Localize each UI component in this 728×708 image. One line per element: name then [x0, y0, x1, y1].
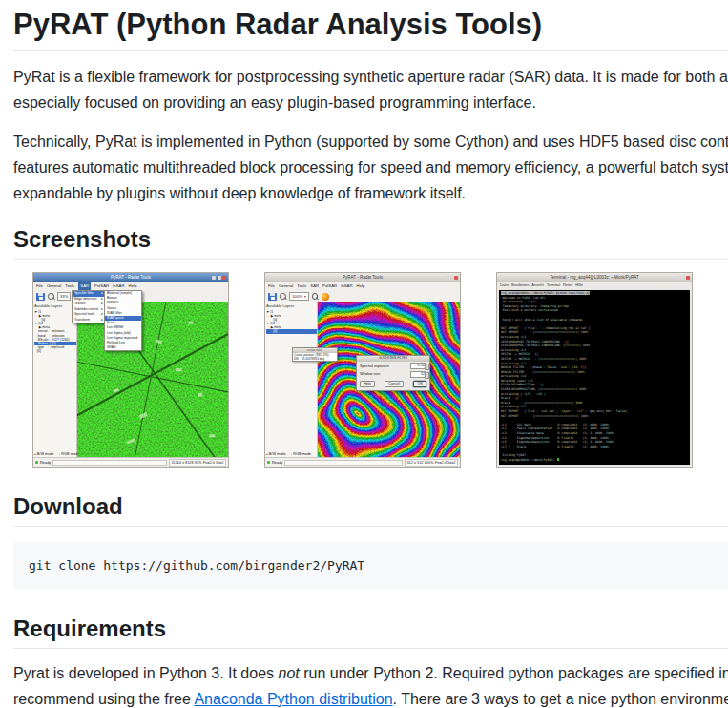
ok-button: OK	[413, 381, 426, 388]
speckle-filter-submenu: Bilateral (simple)BoxcarEMDESGaussIDAN f…	[104, 290, 142, 351]
ready-indicator-icon	[35, 461, 38, 464]
screenshot-1-link[interactable]: PyRAT - Radar Tools FileGeneralToolsSARP…	[32, 272, 229, 468]
menu-item: Help	[129, 282, 137, 290]
intro-paragraph: PyRat is a flexible framework for postpr…	[13, 64, 728, 115]
close-icon	[454, 276, 458, 280]
goldstein-filter-dialog: GOLDSTEIN FILTER Spectral exponent 0.50 …	[356, 355, 430, 391]
window-buttons	[444, 276, 458, 280]
status-info: 11264 x 8128 33% Px=2.0 5x=2	[169, 459, 226, 467]
submenu-item: SRAD	[105, 345, 141, 350]
sar-menu-dropdown: Speckle filterEdge detectionTextureSidel…	[72, 290, 106, 323]
menu-item: InSAR	[113, 282, 124, 290]
menu-item: Ansicht	[531, 282, 543, 289]
not-emphasis: not	[279, 665, 300, 681]
download-heading: Download	[13, 492, 728, 527]
screenshots-heading: Screenshots	[13, 225, 728, 260]
menu-item: Tools	[297, 282, 306, 290]
menu-item: Help	[357, 282, 365, 290]
mode-radios: B/W mode RGB mode	[266, 452, 311, 456]
dialog-row: Spectral exponent 0.50	[357, 362, 429, 370]
menu-item: SAR	[310, 282, 319, 290]
terminal-cursor-icon	[557, 458, 559, 461]
menu-item: Datei	[500, 282, 509, 289]
layer-tree: ▼ /1 ▶ meta [0]▼ /L2 ▶ meta [0]	[266, 310, 317, 334]
dialog-row: Window size 32	[357, 369, 429, 378]
rgb-mode-radio: RGB mode	[291, 452, 312, 456]
menu-item: Tools	[65, 282, 74, 290]
zoom-icon	[280, 293, 286, 300]
tech-line-1: Technically, PyRat is implemented in Pyt…	[13, 129, 728, 155]
minimize-icon	[212, 276, 216, 280]
statusbar: Ready 512 x 512 100% Px=2.0 5x=2	[265, 457, 460, 467]
requirements-line-2: recommend using the free Anaconda Python…	[13, 686, 728, 708]
screenshots-row: PyRAT - Radar Tools FileGeneralToolsSARP…	[32, 272, 728, 468]
sar-image	[77, 302, 228, 457]
dialog-titlebar: GOLDSTEIN FILTER	[357, 356, 429, 362]
menu-item: Terminal	[547, 282, 560, 289]
maximize-icon	[449, 276, 453, 280]
git-clone-command: git clone https://github.com/birgander2/…	[29, 557, 728, 574]
menubar: FileGeneralToolsSARPolSARInSARHelp	[265, 282, 460, 290]
window-titlebar: Terminal - rvg_acq44@L0003c: ~/Work/PyRA…	[497, 273, 692, 282]
maximize-icon	[681, 276, 685, 280]
menu-item: InSAR	[341, 282, 352, 290]
menu-item: File	[268, 282, 275, 290]
terminal-prompt: rvg_acq44@L0003c:~/Work/PyRAT>	[501, 458, 688, 463]
zoom-icon	[48, 293, 54, 300]
statusbar: Ready 11264 x 8128 33% Px=2.0 5x=2	[33, 457, 228, 467]
screenshot-2-link[interactable]: PyRAT - Radar Tools FileGeneralToolsSARP…	[264, 272, 461, 468]
screenshot-3-link[interactable]: Terminal - rvg_acq44@L0003c: ~/Work/PyRA…	[496, 272, 693, 468]
menu-item: Reiter	[563, 282, 572, 289]
close-icon	[686, 276, 690, 280]
minimize-icon	[444, 276, 447, 280]
menu-item: Hilfe	[575, 282, 583, 289]
tree-row: [0]	[34, 349, 76, 353]
app-icon	[322, 293, 329, 301]
layers-panel: Available Layers ▼ /1 ▶ meta [0]▼ /L2 ▶ …	[265, 302, 318, 457]
toolbar: 100%	[265, 290, 460, 303]
ready-indicator-icon	[267, 461, 270, 464]
cancel-button: Cancel	[385, 381, 404, 388]
terminal-output: rvg_acq44@L0003c:~/Work/PyRAT> python te…	[499, 290, 690, 465]
window-title: PyRAT - Radar Tools	[343, 275, 383, 280]
window-buttons	[212, 276, 226, 280]
menu-item: SAR	[78, 282, 91, 290]
status-text: Ready	[272, 460, 282, 465]
zoom-in-icon	[312, 293, 319, 300]
status-info: 512 x 512 100% Px=2.0 5x=2	[405, 459, 458, 467]
menubar: FileGeneralToolsSARPolSARInSARHelp	[33, 282, 228, 290]
menu-item: General	[279, 282, 293, 290]
window-size-input: 32	[410, 371, 426, 378]
minimize-icon	[676, 276, 679, 280]
technical-paragraph: Technically, PyRat is implemented in Pyt…	[13, 129, 728, 206]
page-title: PyRAT (Python Radar Analysis Tools)	[13, 6, 728, 51]
panel-title: Available Layers	[266, 303, 317, 308]
panel-title: Available Layers	[34, 303, 76, 308]
field-label: Window size	[360, 372, 380, 376]
code-block: git clone https://github.com/birgander2/…	[13, 542, 728, 590]
anaconda-link[interactable]: Anaconda Python distribution	[194, 691, 392, 707]
mode-radios: B/W mode RGB mode	[34, 452, 79, 456]
window-titlebar: PyRAT - Radar Tools	[33, 273, 228, 282]
tech-line-3: expandable by plugins without deep knowl…	[13, 180, 728, 206]
field-label: Spectral exponent	[360, 364, 389, 368]
window-titlebar: PyRAT - Radar Tools	[265, 273, 460, 282]
layers-panel: Available Layers ▼ /1 ▶ meta [0]▼ /L2 ▶ …	[33, 302, 77, 457]
intro-line-1: PyRat is a flexible framework for postpr…	[13, 64, 728, 90]
status-text: Ready	[40, 460, 51, 465]
menu-item: PolSAR	[322, 282, 337, 290]
cursor-value-tooltip: cursor value Cursor position: (385, 191)…	[292, 347, 338, 362]
requirements-paragraph: Pyrat is developed in Python 3. It does …	[13, 660, 728, 708]
zoom-level: 33%	[57, 292, 71, 301]
bw-mode-radio: B/W mode	[34, 452, 54, 456]
status-spacer	[284, 460, 403, 466]
requirements-line-1: Pyrat is developed in Python 3. It does …	[13, 660, 728, 686]
dialog-buttons: Help Cancel OK	[357, 378, 429, 390]
terminal-body: Welcome to PyRAT (v0.45) OS detected : l…	[501, 296, 688, 458]
rgb-mode-radio: RGB mode	[59, 452, 80, 456]
tech-line-2: features automatic multithreaded block p…	[13, 155, 728, 180]
window-title: Terminal - rvg_acq44@L0003c: ~/Work/PyRA…	[550, 275, 638, 280]
intro-line-2: especially focused on providing an easy …	[13, 90, 728, 115]
layer-tree: ▼ /1 ▶ meta [0]▼ /L2 ▶ meta sensor : unk…	[34, 310, 76, 354]
menu-item: General	[47, 282, 61, 290]
